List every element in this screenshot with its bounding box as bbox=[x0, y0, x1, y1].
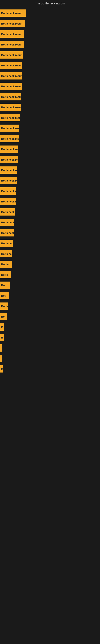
bottleneck-bar: Bott bbox=[0, 292, 9, 299]
bar-row: Bottleneck result bbox=[0, 92, 100, 102]
bottleneck-bar: Bottleneck result bbox=[0, 30, 24, 38]
bottleneck-bar: Bottleneck result bbox=[0, 114, 20, 121]
bar-row: Bottleneck result bbox=[0, 134, 100, 144]
bottleneck-bar: Bottlene bbox=[0, 302, 8, 310]
bar-row: Bottleneck result bbox=[0, 18, 100, 29]
bottleneck-bar: B bbox=[0, 365, 3, 372]
bottleneck-bar: B bbox=[0, 324, 4, 331]
site-title: TheBottlenecker.com bbox=[0, 0, 100, 7]
bar-row: Bottleneck result bbox=[0, 112, 100, 123]
bottleneck-bar: Bottleneck result bbox=[0, 83, 22, 90]
bar-row: Bottleneck resu bbox=[0, 207, 100, 217]
bottleneck-bar: Bottleneck re bbox=[0, 219, 14, 226]
bar-row: Bottleneck result bbox=[0, 60, 100, 71]
bottleneck-bar: Bottle bbox=[0, 271, 11, 278]
bottleneck-bar: Bo bbox=[0, 313, 7, 320]
bar-row: Bottleneck result bbox=[0, 154, 100, 165]
bar-row: Bottleneck bbox=[0, 238, 100, 248]
bottleneck-bar: Bottleneck result bbox=[0, 177, 17, 184]
bottleneck-bar bbox=[0, 344, 2, 352]
bottleneck-bar: Bottleneck result bbox=[0, 41, 24, 48]
bottleneck-bar: Bottleneck resul bbox=[0, 166, 17, 174]
bar-row: B bbox=[0, 364, 100, 374]
bar-row: Bottleneck re bbox=[0, 217, 100, 228]
bar-row: Bottlene bbox=[0, 301, 100, 311]
bar-row: Bottleneck result bbox=[0, 144, 100, 154]
bottleneck-bar: Bottleneck result bbox=[0, 156, 18, 163]
bars-container: Bottleneck resultBottleneck resultBottle… bbox=[0, 7, 100, 375]
bar-row: Bottleneck result bbox=[0, 39, 100, 50]
bar-row: Bottleneck r bbox=[0, 196, 100, 207]
bar-row: Bottleneck result bbox=[0, 228, 100, 238]
bar-row: Bottleneck res bbox=[0, 248, 100, 259]
bar-row: Bottleneck resu bbox=[0, 186, 100, 196]
bottleneck-bar: Bottleneck result bbox=[0, 72, 22, 80]
bar-row: Bo bbox=[0, 311, 100, 322]
bar-row: Bott bbox=[0, 290, 100, 301]
bottleneck-bar: Bo bbox=[0, 282, 10, 289]
bottleneck-bar bbox=[0, 355, 2, 362]
bottleneck-bar: Bottleneck r bbox=[0, 198, 16, 205]
bar-row: Bottleneck result bbox=[0, 123, 100, 134]
bottleneck-bar: B bbox=[0, 334, 3, 341]
bottleneck-bar: Bottleneck resu bbox=[0, 208, 15, 216]
bottleneck-bar: Bottleneck result bbox=[0, 62, 22, 69]
bottleneck-bar: Bottlen bbox=[0, 260, 12, 268]
bottleneck-bar: Bottleneck resu bbox=[0, 187, 16, 194]
bar-row: Bottleneck result bbox=[0, 175, 100, 186]
bar-row: Bo bbox=[0, 280, 100, 290]
bottleneck-bar: Bottleneck result bbox=[0, 93, 21, 100]
bottleneck-bar: Bottleneck result bbox=[0, 146, 18, 153]
bottleneck-bar: Bottleneck result bbox=[0, 20, 25, 27]
bar-row: Bottle bbox=[0, 270, 100, 280]
bar-row: Bottleneck result bbox=[0, 71, 100, 81]
bottleneck-bar: Bottleneck result bbox=[0, 51, 23, 58]
bar-row: Bottleneck result bbox=[0, 50, 100, 60]
bar-row bbox=[0, 343, 100, 353]
bottleneck-bar: Bottleneck result bbox=[0, 104, 21, 111]
bar-row: Bottlen bbox=[0, 259, 100, 270]
bottleneck-bar: Bottleneck result bbox=[0, 124, 19, 132]
bar-row: Bottleneck result bbox=[0, 29, 100, 39]
bar-row: B bbox=[0, 322, 100, 332]
bar-row: Bottleneck resul bbox=[0, 165, 100, 175]
bottleneck-bar: Bottleneck result bbox=[0, 135, 19, 142]
bar-row: Bottleneck result bbox=[0, 81, 100, 92]
bar-row: Bottleneck result bbox=[0, 102, 100, 112]
bottleneck-bar: Bottleneck result bbox=[0, 229, 14, 236]
bar-row: B bbox=[0, 332, 100, 343]
bar-row bbox=[0, 353, 100, 364]
bar-row: Bottleneck result bbox=[0, 8, 100, 18]
bottleneck-bar: Bottleneck bbox=[0, 240, 13, 247]
bottleneck-bar: Bottleneck result bbox=[0, 10, 26, 17]
bottleneck-bar: Bottleneck res bbox=[0, 250, 12, 258]
